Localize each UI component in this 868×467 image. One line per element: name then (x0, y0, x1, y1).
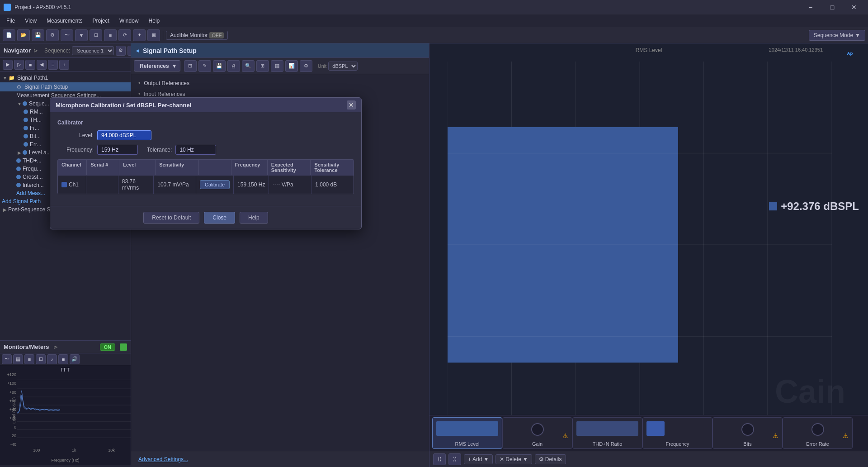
cell-calibrate: Calibrate (196, 176, 234, 194)
sensitivity-tolerance-value: 1.000 dB (315, 181, 337, 188)
channel-value: Ch1 (69, 181, 79, 188)
col-expected-sensitivity: Expected Sensitivity (268, 160, 311, 175)
level-input[interactable] (97, 130, 151, 140)
col-calibrate (199, 160, 231, 175)
table-header: Channel Serial # Level Sensitivity Frequ… (58, 160, 354, 175)
cell-serial (86, 176, 118, 194)
cell-sensitivity-tolerance: 1.000 dB (311, 176, 354, 194)
close-button[interactable]: Close (204, 212, 235, 224)
sensitivity-value: 100.7 mV/Pa (157, 181, 189, 188)
cell-expected-sensitivity: ---- V/Pa (269, 176, 311, 194)
col-sensitivity: Sensitivity (156, 160, 199, 175)
help-button[interactable]: Help (240, 212, 268, 224)
level-value: 83.76 mVrms (122, 178, 150, 191)
reset-to-default-button[interactable]: Reset to Default (143, 212, 199, 224)
tolerance-label: Tolerance: (147, 147, 172, 153)
cell-frequency: 159.150 Hz (234, 176, 269, 194)
frequency-value: 159.150 Hz (237, 181, 265, 188)
level-row: Level: (57, 130, 354, 140)
dialog-title-bar: Microphone Calibration / Set dBSPL Per-c… (50, 98, 361, 112)
dialog-mic-cal: Microphone Calibration / Set dBSPL Per-c… (50, 97, 362, 229)
col-sensitivity-tolerance: Sensitivity Tolerance (311, 160, 354, 175)
tolerance-input[interactable] (175, 145, 216, 155)
dialog-body: Calibrator Level: Frequency: Tolerance: … (50, 112, 361, 206)
table-row: Ch1 83.76 mVrms 100.7 mV/Pa Calibrate (58, 175, 354, 194)
dialog-close-button[interactable]: ✕ (347, 100, 356, 110)
col-channel: Channel (58, 160, 87, 175)
col-serial: Serial # (87, 160, 119, 175)
frequency-input[interactable] (97, 145, 138, 155)
cell-channel: Ch1 (58, 176, 86, 194)
expected-sensitivity-value: ---- V/Pa (273, 181, 293, 188)
col-frequency: Frequency (231, 160, 268, 175)
dialog-title: Microphone Calibration / Set dBSPL Per-c… (56, 102, 191, 109)
calibrator-section-label: Calibrator (57, 119, 354, 126)
frequency-label: Frequency: (57, 147, 94, 153)
level-label: Level: (57, 132, 94, 138)
dialog-overlay: Microphone Calibration / Set dBSPL Per-c… (0, 0, 868, 467)
col-level: Level (119, 160, 156, 175)
cell-level: 83.76 mVrms (118, 176, 154, 194)
dialog-footer: Reset to Default Close Help (50, 206, 361, 229)
frequency-row: Frequency: Tolerance: (57, 145, 354, 155)
cell-sensitivity: 100.7 mV/Pa (154, 176, 196, 194)
calibration-table: Channel Serial # Level Sensitivity Frequ… (57, 159, 354, 194)
channel-dot-icon (61, 182, 67, 187)
calibrate-button[interactable]: Calibrate (200, 180, 230, 189)
